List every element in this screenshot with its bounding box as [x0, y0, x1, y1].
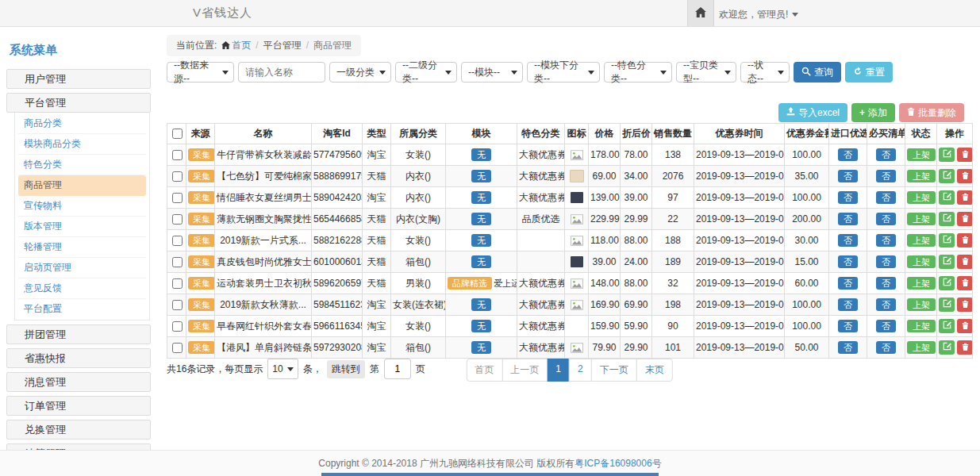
edit-button[interactable] — [939, 340, 955, 355]
sidebar-section-4[interactable]: 消息管理 — [6, 372, 151, 392]
name-search-input[interactable] — [238, 62, 325, 83]
sidebar-section-6[interactable]: 兑换管理 — [6, 420, 151, 440]
must-buy-toggle[interactable]: 否 — [876, 255, 896, 269]
pager-button-3[interactable]: 2 — [569, 359, 592, 382]
must-buy-toggle[interactable]: 否 — [876, 170, 896, 183]
status-button[interactable]: 上架 — [907, 170, 936, 183]
batch-delete-button[interactable]: 批量删除 — [899, 103, 964, 122]
row-checkbox[interactable] — [172, 193, 183, 203]
row-checkbox[interactable] — [172, 236, 183, 246]
filter-select-2[interactable]: 一级分类 — [329, 62, 391, 83]
sidebar-item-7[interactable]: 启动页管理 — [18, 258, 146, 278]
sidebar-item-8[interactable]: 意见反馈 — [18, 278, 146, 299]
import-select-toggle[interactable]: 否 — [838, 298, 858, 312]
row-checkbox[interactable] — [172, 214, 183, 225]
page-number-input[interactable] — [384, 359, 411, 379]
search-button[interactable]: 查询 — [794, 62, 841, 83]
filter-select-3[interactable]: --二级分类-- — [395, 62, 457, 83]
sidebar-item-2[interactable]: 特色分类 — [18, 155, 146, 175]
import-select-toggle[interactable]: 否 — [838, 255, 858, 269]
import-select-toggle[interactable]: 否 — [838, 320, 858, 333]
delete-button[interactable] — [957, 212, 973, 226]
delete-button[interactable] — [957, 340, 973, 355]
import-select-toggle[interactable]: 否 — [838, 191, 858, 205]
sidebar-item-4[interactable]: 宣传物料 — [18, 196, 146, 217]
sidebar-section-7[interactable]: 结算管理 — [6, 443, 151, 450]
must-buy-toggle[interactable]: 否 — [876, 277, 896, 290]
filter-select-6[interactable]: --特色分类-- — [604, 62, 672, 83]
status-button[interactable]: 上架 — [907, 298, 936, 312]
delete-button[interactable] — [957, 298, 973, 312]
status-button[interactable]: 上架 — [907, 213, 936, 226]
pager-button-5[interactable]: 末页 — [636, 359, 673, 382]
import-excel-button[interactable]: 导入excel — [778, 103, 847, 122]
import-select-toggle[interactable]: 否 — [838, 277, 858, 290]
sidebar-section-2[interactable]: 拼团管理 — [6, 324, 151, 344]
per-page-select[interactable]: 10 — [267, 359, 298, 379]
row-checkbox[interactable] — [172, 300, 183, 310]
must-buy-toggle[interactable]: 否 — [876, 341, 896, 355]
sidebar-item-5[interactable]: 版本管理 — [18, 217, 146, 237]
sidebar-item-3[interactable]: 商品管理 — [18, 175, 146, 196]
sidebar-section-3[interactable]: 省惠快报 — [6, 348, 151, 368]
reset-button[interactable]: 重置 — [845, 62, 893, 83]
jump-button[interactable]: 跳转到 — [327, 360, 365, 378]
status-button[interactable]: 上架 — [907, 255, 936, 269]
must-buy-toggle[interactable]: 否 — [876, 320, 896, 333]
edit-button[interactable] — [939, 255, 955, 269]
row-checkbox[interactable] — [172, 171, 183, 182]
delete-button[interactable] — [957, 148, 973, 162]
must-buy-toggle[interactable]: 否 — [876, 191, 896, 205]
delete-button[interactable] — [957, 233, 973, 248]
pager-button-1[interactable]: 上一页 — [502, 359, 548, 382]
must-buy-toggle[interactable]: 否 — [876, 213, 896, 226]
import-select-toggle[interactable]: 否 — [838, 213, 858, 226]
status-button[interactable]: 上架 — [907, 191, 936, 205]
delete-button[interactable] — [957, 190, 973, 205]
row-checkbox[interactable] — [172, 278, 183, 289]
edit-button[interactable] — [939, 298, 955, 312]
must-buy-toggle[interactable]: 否 — [876, 148, 896, 162]
pager-button-0[interactable]: 首页 — [466, 359, 502, 382]
must-buy-toggle[interactable]: 否 — [876, 298, 896, 312]
sidebar-item-6[interactable]: 轮播管理 — [18, 237, 146, 258]
edit-button[interactable] — [939, 276, 955, 290]
delete-button[interactable] — [957, 276, 973, 290]
import-select-toggle[interactable]: 否 — [838, 341, 858, 355]
pager-button-4[interactable]: 下一页 — [591, 359, 637, 382]
select-all-checkbox[interactable] — [172, 129, 183, 139]
status-button[interactable]: 上架 — [907, 341, 936, 355]
sidebar-item-1[interactable]: 模块商品分类 — [18, 134, 146, 155]
pager-button-2[interactable]: 1 — [547, 359, 570, 382]
filter-select-5[interactable]: --模块下分类-- — [527, 62, 600, 83]
row-checkbox[interactable] — [172, 257, 183, 267]
sidebar-item-0[interactable]: 商品分类 — [18, 113, 146, 134]
edit-button[interactable] — [939, 233, 955, 248]
user-menu[interactable]: 欢迎您，管理员! — [719, 8, 798, 21]
edit-button[interactable] — [939, 190, 955, 205]
edit-button[interactable] — [939, 319, 955, 333]
add-button[interactable]: + 添加 — [851, 103, 895, 122]
status-button[interactable]: 上架 — [907, 148, 936, 162]
filter-select-0[interactable]: --数据来源-- — [167, 62, 234, 83]
edit-button[interactable] — [939, 212, 955, 226]
filter-select-7[interactable]: --宝贝类型-- — [676, 62, 736, 83]
delete-button[interactable] — [957, 319, 973, 333]
icp-link[interactable]: 粤ICP备16098006号 — [575, 458, 661, 469]
row-checkbox[interactable] — [172, 150, 183, 160]
delete-button[interactable] — [957, 255, 973, 269]
import-select-toggle[interactable]: 否 — [838, 170, 858, 183]
status-button[interactable]: 上架 — [907, 320, 936, 333]
sidebar-section-0[interactable]: 用户管理 — [6, 69, 151, 89]
must-buy-toggle[interactable]: 否 — [876, 234, 896, 248]
import-select-toggle[interactable]: 否 — [838, 234, 858, 248]
sidebar-section-1[interactable]: 平台管理 — [6, 93, 151, 113]
sidebar-item-9[interactable]: 平台配置 — [18, 299, 146, 319]
status-button[interactable]: 上架 — [907, 277, 936, 290]
breadcrumb-home-link[interactable]: 首页 — [232, 40, 251, 51]
filter-select-8[interactable]: --状态-- — [740, 62, 790, 83]
row-checkbox[interactable] — [172, 343, 183, 353]
status-button[interactable]: 上架 — [907, 234, 936, 248]
filter-select-4[interactable]: --模块-- — [461, 62, 523, 83]
home-button[interactable] — [687, 0, 714, 26]
